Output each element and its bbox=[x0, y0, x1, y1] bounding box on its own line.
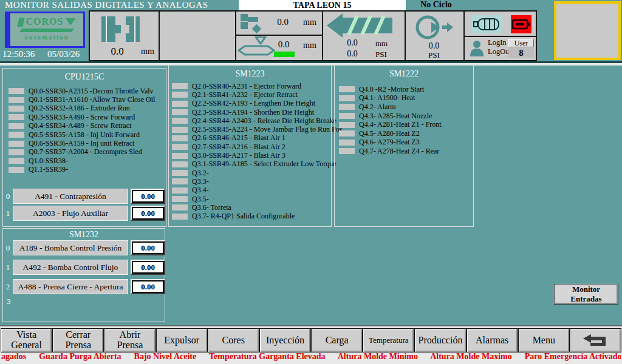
output-label: Q4.1- A1900- Heat bbox=[359, 93, 415, 103]
screw-pressure-value: 0.0 bbox=[340, 49, 364, 59]
output-led-indicator bbox=[9, 114, 24, 120]
output-label: Q3.1-SSR49-A185 - Select Extruder Low To… bbox=[192, 160, 337, 169]
output-label: Q3.2- bbox=[192, 169, 209, 178]
output-led-indicator bbox=[172, 161, 188, 167]
output-led-indicator bbox=[9, 123, 24, 129]
nav-button-carga[interactable]: Carga bbox=[311, 328, 363, 352]
nav-button-cerrar-prensa[interactable]: Cerrar Prensa bbox=[52, 328, 104, 352]
nav-button-menu[interactable]: Menu bbox=[518, 328, 570, 352]
nav-button-inyeccion[interactable]: Inyección bbox=[259, 328, 311, 352]
module-box-sm1222: SM1222 Q4.0 -R2 -Motor Start Q4.1- A1900… bbox=[334, 65, 474, 227]
sled-position-value: 0.0 bbox=[272, 39, 296, 50]
nav-button-back[interactable] bbox=[570, 328, 621, 352]
output-led-indicator bbox=[172, 101, 188, 107]
battery-icon bbox=[512, 18, 530, 31]
output-led-indicator bbox=[339, 95, 355, 101]
digital-output-row: Q2.6-SSR46-A215 - Blast Air 1 bbox=[172, 134, 331, 143]
output-led-indicator bbox=[172, 178, 188, 184]
analog-output-label: A488 - Prensa Cierre - Apertura bbox=[13, 279, 128, 294]
analog-value: 0.00 bbox=[132, 261, 164, 274]
back-arrow-icon bbox=[583, 334, 608, 347]
user-level-value: 8 bbox=[508, 48, 534, 58]
analog-output-row: 0 A491 - Contrapresión 0.00 bbox=[3, 189, 166, 204]
header-panel-empty bbox=[160, 12, 236, 60]
output-led-indicator bbox=[9, 141, 24, 147]
digital-output-row: Q0.7-SSR37-A2004 - Decompres Sled bbox=[9, 148, 166, 157]
output-label: Q0.0-SSR30-A2315 -Decom Throttle Valv bbox=[29, 87, 154, 96]
digital-output-row: Q2.4-SSR44-A2403 - Release Die Height Br… bbox=[172, 116, 331, 125]
cycle-status: No Ciclo bbox=[406, 0, 466, 10]
logo-shape bbox=[17, 18, 24, 27]
output-led-indicator bbox=[172, 144, 188, 150]
digital-output-row: Q4.7- A278-Heat Z4 - Rear bbox=[339, 147, 473, 156]
pump-panel: 0.0 PSI bbox=[406, 12, 465, 60]
ejector-icon bbox=[240, 13, 263, 34]
logo-swoosh bbox=[19, 29, 74, 32]
output-led-indicator bbox=[9, 167, 24, 173]
battery-alarm-indicator bbox=[511, 15, 531, 33]
module-box-cpu1215c: CPU1215C Q0.0-SSR30-A2315 -Decom Throttl… bbox=[2, 68, 166, 227]
output-label: Q0.6-SSR36-A159 - Inj unit Retract bbox=[29, 139, 134, 148]
nav-button-temperatura[interactable]: Temperatura bbox=[363, 328, 414, 352]
analog-value: 0.00 bbox=[132, 207, 164, 220]
analog-value-display: 0.00 bbox=[131, 189, 165, 204]
analog-value: 0.00 bbox=[132, 190, 164, 203]
ejector-position-unit: mm bbox=[303, 18, 316, 27]
output-label: Q2.2-SSR42-A193 - Lengthen Die Height bbox=[192, 99, 315, 108]
output-led-indicator bbox=[9, 88, 24, 94]
monitor-entradas-button[interactable]: Monitor Entradas bbox=[554, 284, 618, 305]
output-label: Q4.7- A278-Heat Z4 - Rear bbox=[359, 147, 439, 156]
mold-icon bbox=[101, 15, 148, 43]
output-led-indicator bbox=[339, 86, 355, 92]
digital-output-row: Q4.4- A281-Heat Z1 - Front bbox=[339, 120, 473, 129]
clock-time: 12:50:36 bbox=[2, 49, 35, 59]
digital-output-row: Q3.3- bbox=[172, 177, 331, 186]
output-label: Q0.4-SSR34-A489 - Screw Retract bbox=[29, 121, 131, 130]
nav-button-expulsor[interactable]: Expulsor bbox=[156, 328, 208, 352]
digital-output-row: Q3.1-SSR49-A185 - Select Extruder Low To… bbox=[172, 160, 331, 169]
digital-output-row: Q3.0-SSR48-A217 - Blast Air 3 bbox=[172, 151, 331, 160]
heater-capsule-icon bbox=[473, 17, 501, 32]
output-led-indicator bbox=[339, 104, 355, 110]
output-led-indicator bbox=[9, 97, 24, 103]
sm1232-analog-list: 0 A189 - Bomba Control Presión 0.00 1 A4… bbox=[3, 240, 165, 298]
analog-output-label: A189 - Bomba Control Presión bbox=[13, 240, 128, 255]
cpu-analog-list: 0 A491 - Contrapresión 0.00 1 A2003 - Fl… bbox=[3, 189, 166, 223]
sm1223-output-list: Q2.0-SSR40-A231 - Ejector Forward Q2.1-S… bbox=[169, 82, 331, 221]
page-title: MONITOR SALIDAS DIGITALES Y ANALOGAS bbox=[5, 0, 208, 10]
module-title: SM1232 bbox=[3, 230, 165, 240]
nav-button-alarmas[interactable]: Alarmas bbox=[466, 328, 518, 352]
pump-pressure-unit: PSI bbox=[406, 50, 462, 60]
digital-output-row: Q0.1-SSR31-A1610 -Allow Trav Close Oil bbox=[9, 95, 166, 104]
output-label: Q0.3-SSR33-A490 - Screw Forward bbox=[29, 113, 135, 122]
program-name-box: TAPA LEON 15 bbox=[239, 0, 406, 10]
output-label: Q4.6- A279-Heat Z3 bbox=[359, 138, 420, 147]
digital-output-row: Q2.3-SSR43-A194 - Shorthen Die Height bbox=[172, 108, 331, 116]
sm1222-output-list: Q4.0 -R2 -Motor Start Q4.1- A1900- Heat … bbox=[335, 85, 473, 156]
nav-button-abrir-prensa[interactable]: Abrir Prensa bbox=[104, 328, 156, 352]
analog-label-text: A492 - Bomba Control Flujo bbox=[23, 263, 118, 272]
digital-output-row: Q0.0-SSR30-A2315 -Decom Throttle Valv bbox=[9, 87, 166, 95]
channel-index: 2 bbox=[3, 282, 13, 292]
channel-index: 1 bbox=[3, 209, 13, 218]
module-title: CPU1215C bbox=[3, 72, 166, 82]
module-box-sm1223: SM1223 Q2.0-SSR40-A231 - Ejector Forward… bbox=[168, 65, 332, 227]
nav-button-vista-general[interactable]: Vista General bbox=[1, 328, 52, 352]
output-led-indicator bbox=[172, 170, 188, 176]
nav-button-cores[interactable]: Cores bbox=[208, 328, 259, 352]
analog-output-label: A491 - Contrapresión bbox=[13, 189, 128, 204]
mold-position-value: 0.0 bbox=[103, 46, 131, 58]
analog-value: 0.00 bbox=[132, 241, 164, 254]
digital-output-row: Q3.6- Torreta bbox=[172, 203, 331, 212]
ejector-row: 0.0 mm bbox=[236, 12, 322, 36]
ejector-position-value: 0.0 bbox=[264, 17, 289, 27]
output-led-indicator bbox=[9, 132, 24, 138]
output-led-indicator bbox=[339, 148, 355, 154]
output-label: Q4.0 -R2 -Motor Start bbox=[359, 85, 424, 94]
screw-panel: 0.0 mm 0.0 PSI bbox=[323, 12, 406, 60]
output-label: Q3.4- bbox=[192, 186, 209, 195]
spare-channel-index: 3 bbox=[7, 297, 11, 306]
nav-button-produccion[interactable]: Producción bbox=[414, 328, 466, 352]
sled-status-bar bbox=[274, 52, 295, 57]
logo-shape bbox=[66, 18, 75, 25]
